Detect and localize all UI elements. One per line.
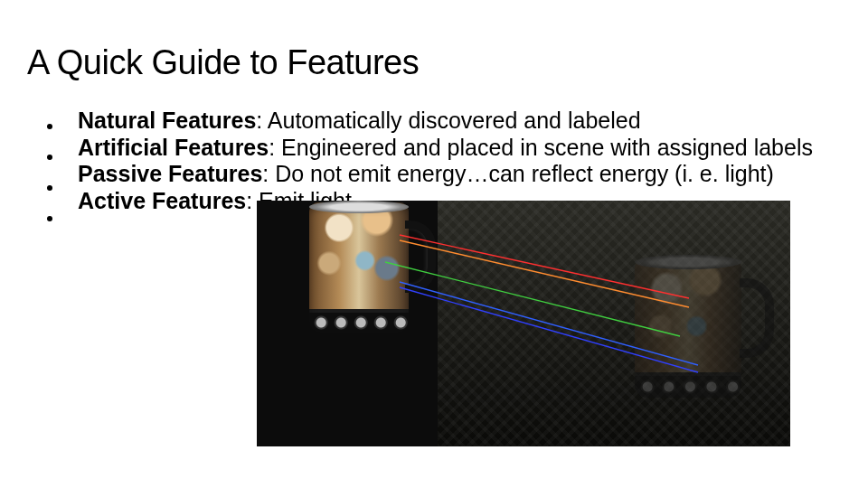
- feature-list: Natural Features: Automatically discover…: [78, 108, 813, 214]
- bullet-dot: [47, 216, 52, 221]
- mug-rim: [635, 255, 741, 269]
- bullet-dot: [47, 155, 52, 160]
- mug-left: [309, 201, 438, 334]
- mug-base: [309, 313, 409, 333]
- feature-match-figure: [257, 201, 790, 446]
- slide-title: A Quick Guide to Features: [27, 43, 841, 82]
- term: Passive Features: [78, 161, 262, 186]
- bullet-dot: [47, 124, 52, 129]
- term: Artificial Features: [78, 135, 269, 160]
- mug-handle: [740, 278, 774, 358]
- mug-rim: [309, 201, 409, 213]
- mug-right: [635, 255, 774, 401]
- slide: A Quick Guide to Features Natural Featur…: [0, 0, 868, 488]
- desc: : Do not emit energy…can reflect energy …: [262, 161, 774, 186]
- bullet-column: [47, 108, 52, 221]
- list-item: Artificial Features: Engineered and plac…: [78, 135, 813, 162]
- mug-base: [635, 376, 741, 398]
- mug-body: [309, 202, 409, 329]
- mug-handle: [405, 221, 436, 293]
- bullet-dot: [47, 185, 52, 191]
- mug-body: [635, 258, 741, 394]
- desc: : Automatically discovered and labeled: [256, 108, 640, 133]
- desc: : Engineered and placed in scene with as…: [269, 135, 813, 160]
- term: Active Features: [78, 188, 246, 213]
- term: Natural Features: [78, 108, 256, 133]
- list-item: Passive Features: Do not emit energy…can…: [78, 161, 813, 188]
- list-item: Natural Features: Automatically discover…: [78, 108, 813, 135]
